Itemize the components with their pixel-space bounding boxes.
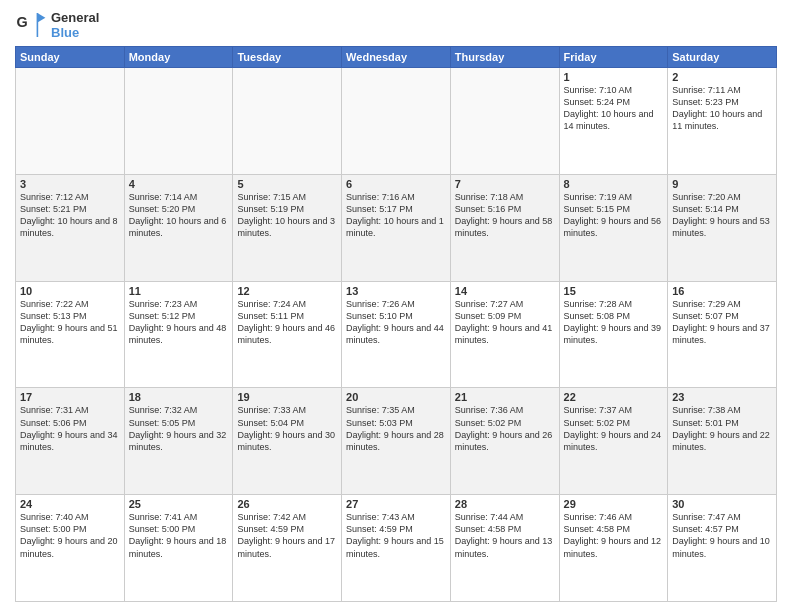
day-number: 24 <box>20 498 120 510</box>
header: G General Blue <box>15 10 777 40</box>
day-info: Sunrise: 7:16 AM Sunset: 5:17 PM Dayligh… <box>346 191 446 240</box>
calendar-day-17: 17Sunrise: 7:31 AM Sunset: 5:06 PM Dayli… <box>16 388 125 495</box>
calendar-day-29: 29Sunrise: 7:46 AM Sunset: 4:58 PM Dayli… <box>559 495 668 602</box>
day-number: 18 <box>129 391 229 403</box>
day-info: Sunrise: 7:19 AM Sunset: 5:15 PM Dayligh… <box>564 191 664 240</box>
calendar-week-row: 1Sunrise: 7:10 AM Sunset: 5:24 PM Daylig… <box>16 68 777 175</box>
day-info: Sunrise: 7:43 AM Sunset: 4:59 PM Dayligh… <box>346 511 446 560</box>
calendar-empty-cell <box>16 68 125 175</box>
day-number: 25 <box>129 498 229 510</box>
day-info: Sunrise: 7:18 AM Sunset: 5:16 PM Dayligh… <box>455 191 555 240</box>
day-header-friday: Friday <box>559 47 668 68</box>
day-info: Sunrise: 7:32 AM Sunset: 5:05 PM Dayligh… <box>129 404 229 453</box>
calendar-day-9: 9Sunrise: 7:20 AM Sunset: 5:14 PM Daylig… <box>668 174 777 281</box>
calendar-day-27: 27Sunrise: 7:43 AM Sunset: 4:59 PM Dayli… <box>342 495 451 602</box>
calendar-day-15: 15Sunrise: 7:28 AM Sunset: 5:08 PM Dayli… <box>559 281 668 388</box>
day-number: 22 <box>564 391 664 403</box>
day-info: Sunrise: 7:33 AM Sunset: 5:04 PM Dayligh… <box>237 404 337 453</box>
page: G General Blue SundayMondayTuesdayWednes… <box>0 0 792 612</box>
day-info: Sunrise: 7:47 AM Sunset: 4:57 PM Dayligh… <box>672 511 772 560</box>
day-info: Sunrise: 7:46 AM Sunset: 4:58 PM Dayligh… <box>564 511 664 560</box>
day-info: Sunrise: 7:10 AM Sunset: 5:24 PM Dayligh… <box>564 84 664 133</box>
calendar-day-25: 25Sunrise: 7:41 AM Sunset: 5:00 PM Dayli… <box>124 495 233 602</box>
day-number: 4 <box>129 178 229 190</box>
day-number: 20 <box>346 391 446 403</box>
calendar-header-row: SundayMondayTuesdayWednesdayThursdayFrid… <box>16 47 777 68</box>
day-info: Sunrise: 7:42 AM Sunset: 4:59 PM Dayligh… <box>237 511 337 560</box>
day-info: Sunrise: 7:40 AM Sunset: 5:00 PM Dayligh… <box>20 511 120 560</box>
calendar-empty-cell <box>342 68 451 175</box>
day-number: 14 <box>455 285 555 297</box>
calendar-day-5: 5Sunrise: 7:15 AM Sunset: 5:19 PM Daylig… <box>233 174 342 281</box>
calendar-day-19: 19Sunrise: 7:33 AM Sunset: 5:04 PM Dayli… <box>233 388 342 495</box>
calendar-day-26: 26Sunrise: 7:42 AM Sunset: 4:59 PM Dayli… <box>233 495 342 602</box>
day-number: 7 <box>455 178 555 190</box>
calendar-table: SundayMondayTuesdayWednesdayThursdayFrid… <box>15 46 777 602</box>
logo-icon: G <box>15 11 47 39</box>
calendar-day-3: 3Sunrise: 7:12 AM Sunset: 5:21 PM Daylig… <box>16 174 125 281</box>
calendar-empty-cell <box>233 68 342 175</box>
calendar-day-23: 23Sunrise: 7:38 AM Sunset: 5:01 PM Dayli… <box>668 388 777 495</box>
day-number: 8 <box>564 178 664 190</box>
day-number: 12 <box>237 285 337 297</box>
calendar-day-1: 1Sunrise: 7:10 AM Sunset: 5:24 PM Daylig… <box>559 68 668 175</box>
day-number: 19 <box>237 391 337 403</box>
day-number: 2 <box>672 71 772 83</box>
day-info: Sunrise: 7:22 AM Sunset: 5:13 PM Dayligh… <box>20 298 120 347</box>
calendar-day-10: 10Sunrise: 7:22 AM Sunset: 5:13 PM Dayli… <box>16 281 125 388</box>
day-info: Sunrise: 7:26 AM Sunset: 5:10 PM Dayligh… <box>346 298 446 347</box>
calendar-empty-cell <box>124 68 233 175</box>
calendar-day-30: 30Sunrise: 7:47 AM Sunset: 4:57 PM Dayli… <box>668 495 777 602</box>
day-number: 15 <box>564 285 664 297</box>
calendar-day-13: 13Sunrise: 7:26 AM Sunset: 5:10 PM Dayli… <box>342 281 451 388</box>
day-info: Sunrise: 7:28 AM Sunset: 5:08 PM Dayligh… <box>564 298 664 347</box>
calendar-day-21: 21Sunrise: 7:36 AM Sunset: 5:02 PM Dayli… <box>450 388 559 495</box>
day-number: 3 <box>20 178 120 190</box>
day-number: 16 <box>672 285 772 297</box>
calendar-week-row: 10Sunrise: 7:22 AM Sunset: 5:13 PM Dayli… <box>16 281 777 388</box>
calendar-week-row: 24Sunrise: 7:40 AM Sunset: 5:00 PM Dayli… <box>16 495 777 602</box>
day-info: Sunrise: 7:41 AM Sunset: 5:00 PM Dayligh… <box>129 511 229 560</box>
day-info: Sunrise: 7:14 AM Sunset: 5:20 PM Dayligh… <box>129 191 229 240</box>
day-number: 10 <box>20 285 120 297</box>
calendar-day-11: 11Sunrise: 7:23 AM Sunset: 5:12 PM Dayli… <box>124 281 233 388</box>
day-info: Sunrise: 7:27 AM Sunset: 5:09 PM Dayligh… <box>455 298 555 347</box>
day-header-tuesday: Tuesday <box>233 47 342 68</box>
day-number: 13 <box>346 285 446 297</box>
day-info: Sunrise: 7:23 AM Sunset: 5:12 PM Dayligh… <box>129 298 229 347</box>
day-info: Sunrise: 7:44 AM Sunset: 4:58 PM Dayligh… <box>455 511 555 560</box>
calendar-day-16: 16Sunrise: 7:29 AM Sunset: 5:07 PM Dayli… <box>668 281 777 388</box>
calendar-day-18: 18Sunrise: 7:32 AM Sunset: 5:05 PM Dayli… <box>124 388 233 495</box>
day-number: 28 <box>455 498 555 510</box>
calendar-day-24: 24Sunrise: 7:40 AM Sunset: 5:00 PM Dayli… <box>16 495 125 602</box>
day-number: 6 <box>346 178 446 190</box>
day-header-sunday: Sunday <box>16 47 125 68</box>
day-info: Sunrise: 7:35 AM Sunset: 5:03 PM Dayligh… <box>346 404 446 453</box>
day-number: 5 <box>237 178 337 190</box>
calendar-day-14: 14Sunrise: 7:27 AM Sunset: 5:09 PM Dayli… <box>450 281 559 388</box>
day-info: Sunrise: 7:38 AM Sunset: 5:01 PM Dayligh… <box>672 404 772 453</box>
calendar-empty-cell <box>450 68 559 175</box>
day-number: 17 <box>20 391 120 403</box>
day-header-wednesday: Wednesday <box>342 47 451 68</box>
day-number: 1 <box>564 71 664 83</box>
day-info: Sunrise: 7:31 AM Sunset: 5:06 PM Dayligh… <box>20 404 120 453</box>
day-header-saturday: Saturday <box>668 47 777 68</box>
day-number: 21 <box>455 391 555 403</box>
calendar-day-7: 7Sunrise: 7:18 AM Sunset: 5:16 PM Daylig… <box>450 174 559 281</box>
day-info: Sunrise: 7:37 AM Sunset: 5:02 PM Dayligh… <box>564 404 664 453</box>
logo: G General Blue <box>15 10 99 40</box>
svg-text:G: G <box>17 14 28 30</box>
day-header-monday: Monday <box>124 47 233 68</box>
day-number: 9 <box>672 178 772 190</box>
calendar-day-12: 12Sunrise: 7:24 AM Sunset: 5:11 PM Dayli… <box>233 281 342 388</box>
day-info: Sunrise: 7:36 AM Sunset: 5:02 PM Dayligh… <box>455 404 555 453</box>
day-header-thursday: Thursday <box>450 47 559 68</box>
day-number: 29 <box>564 498 664 510</box>
calendar-day-22: 22Sunrise: 7:37 AM Sunset: 5:02 PM Dayli… <box>559 388 668 495</box>
day-number: 11 <box>129 285 229 297</box>
day-info: Sunrise: 7:12 AM Sunset: 5:21 PM Dayligh… <box>20 191 120 240</box>
logo-text: General Blue <box>51 10 99 40</box>
day-info: Sunrise: 7:11 AM Sunset: 5:23 PM Dayligh… <box>672 84 772 133</box>
calendar-week-row: 17Sunrise: 7:31 AM Sunset: 5:06 PM Dayli… <box>16 388 777 495</box>
